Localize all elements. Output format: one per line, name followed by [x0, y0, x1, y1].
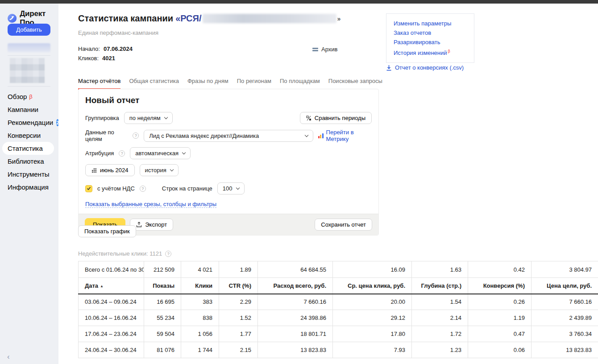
table-cell: 1 056: [181, 326, 219, 342]
table-row: 24.06.24 – 30.06.24 81 076 1 744 2.15 13…: [79, 342, 598, 358]
header-cell-conversion[interactable]: Конверсия (%): [468, 278, 532, 294]
sidebar-item-label: Статистика: [8, 145, 43, 152]
period-value: июнь 2024: [100, 167, 129, 174]
grouping-select[interactable]: по неделям: [124, 112, 173, 124]
table-cell: 0.06: [468, 342, 532, 358]
table-cell: 64 684.55: [258, 261, 333, 278]
metrika-link[interactable]: Перейти в Метрику: [318, 129, 372, 142]
report-tabs: Мастер отчётов Общая статистика Фразы по…: [78, 78, 382, 90]
export-button[interactable]: Экспорт: [130, 219, 173, 231]
report-title: Новый отчет: [85, 95, 372, 105]
direct-pro-logo-icon: [8, 13, 17, 23]
archive-status: Архив: [312, 46, 337, 53]
campaign-meta: Начало: 07.06.2024 Кликов: 4021: [78, 44, 133, 63]
show-chart-button[interactable]: Показать график: [78, 225, 136, 237]
table-cell: 1.77: [219, 326, 258, 342]
table-cell: 16 695: [144, 294, 181, 310]
order-reports-link[interactable]: Заказ отчетов: [394, 28, 467, 37]
sidebar-item-overview[interactable]: Обзор β: [0, 90, 58, 103]
grouping-row: Группировка по неделям Сравнить периоды: [85, 112, 372, 124]
unarchive-link[interactable]: Разархивировать: [394, 37, 467, 47]
sidebar-item-campaigns[interactable]: Кампании: [0, 103, 58, 116]
header-cell-date[interactable]: Дата▲: [79, 278, 144, 294]
campaign-name-close-quote: »: [337, 15, 341, 22]
help-icon[interactable]: ?: [133, 132, 139, 139]
table-cell: 1.52: [219, 310, 258, 326]
compare-periods-button[interactable]: Сравнить периоды: [300, 112, 372, 124]
help-icon[interactable]: ?: [140, 186, 146, 192]
sidebar-item-label: Рекомендации: [8, 119, 53, 126]
header-cell-cost-total[interactable]: Расход всего, руб.: [258, 278, 333, 294]
attribution-select[interactable]: автоматическая: [130, 147, 191, 159]
export-icon: [136, 222, 142, 228]
header-cell-goal-cost[interactable]: Цена цели, руб.: [532, 278, 598, 294]
compare-icon: [306, 116, 311, 121]
show-slices-link[interactable]: Показать выбранные срезы, столбцы и филь…: [85, 201, 216, 208]
sidebar-divider: [8, 55, 50, 56]
sidebar-item-tools[interactable]: Инструменты: [0, 168, 58, 181]
save-report-button[interactable]: Сохранить отчет: [315, 219, 372, 231]
calendar-grid-icon: [91, 168, 97, 173]
tab-general-stats[interactable]: Общая статистика: [129, 78, 179, 90]
invalid-clicks-text: Недействительные клики: 1121: [78, 250, 162, 257]
table-cell: 17.80: [333, 326, 412, 342]
sidebar-item-statistics[interactable]: Статистика: [2, 142, 54, 155]
sidebar-nav: Обзор β Кампании Рекомендации 2 Конверси…: [0, 90, 58, 194]
header-cell-impressions[interactable]: Показы: [144, 278, 181, 294]
tab-report-wizard[interactable]: Мастер отчётов: [78, 78, 120, 90]
chevron-down-icon: [182, 151, 186, 154]
header-cell-depth[interactable]: Глубина (стр.): [412, 278, 468, 294]
add-button[interactable]: Добавить: [8, 24, 50, 36]
statistics-table: Всего с 01.06.24 по 30.06.24 212 509 4 0…: [78, 261, 598, 358]
table-row: 03.06.24 – 09.06.24 16 695 383 2.29 7 66…: [79, 294, 598, 310]
table-cell: 20.00: [333, 294, 412, 310]
tab-by-placement[interactable]: По площадкам: [280, 78, 320, 90]
table-cell: 13 823.83: [258, 342, 333, 358]
period-button[interactable]: июнь 2024: [85, 164, 135, 176]
vat-label: с учётом НДС: [97, 185, 135, 192]
history-value: история: [145, 167, 166, 174]
sidebar: Директ Про Добавить Обзор β Кампании Рек…: [0, 4, 58, 364]
chevron-down-icon: [164, 116, 168, 119]
table-cell: 03.06.24 – 09.06.24: [79, 294, 144, 310]
table-cell: 2.15: [219, 342, 258, 358]
tab-search-queries[interactable]: Поисковые запросы: [328, 78, 382, 90]
collapse-sidebar-button[interactable]: ‹: [7, 352, 10, 361]
header-cell-clicks[interactable]: Клики: [181, 278, 219, 294]
sidebar-item-library[interactable]: Библиотека: [0, 155, 58, 168]
table-cell: 29.12: [333, 310, 412, 326]
history-select[interactable]: история: [140, 164, 179, 176]
goals-label: Данные по целям: [85, 129, 128, 142]
grouping-value: по неделям: [129, 115, 161, 121]
sidebar-item-recommendations[interactable]: Рекомендации 2: [0, 116, 58, 129]
table-cell: 81 076: [144, 342, 181, 358]
table-cell: 59 504: [144, 326, 181, 342]
chevron-down-icon: [170, 168, 174, 171]
table-cell: 1.23: [412, 342, 468, 358]
sidebar-item-conversions[interactable]: Конверсии: [0, 129, 58, 142]
conversions-report-link[interactable]: Отчет о конверсиях (.csv): [386, 64, 464, 71]
sidebar-item-label: Обзор: [8, 93, 27, 100]
report-wizard-panel: Новый отчет Группировка по неделям Сравн…: [78, 89, 379, 236]
table-cell: 13 823.83: [532, 342, 598, 358]
beta-badge: β: [29, 93, 32, 100]
edit-params-link[interactable]: Изменить параметры: [394, 19, 467, 28]
help-icon[interactable]: ?: [165, 251, 171, 257]
conversions-report-label: Отчет о конверсиях (.csv): [395, 64, 464, 71]
vat-checkbox[interactable]: [85, 185, 92, 192]
table-cell: 212 509: [144, 261, 181, 278]
rows-per-page-select[interactable]: 100: [217, 182, 245, 194]
campaign-name-prefix: «РСЯ/: [175, 13, 201, 24]
goals-select[interactable]: Лид с Реклама яндекс директ//Динамика: [144, 130, 313, 142]
tab-by-region[interactable]: По регионам: [237, 78, 271, 90]
help-icon[interactable]: ?: [119, 150, 125, 157]
table-row: 10.06.24 – 16.06.24 55 234 838 1.52 24 3…: [79, 310, 598, 326]
header-cell-avg-cpc[interactable]: Ср. цена клика, руб.: [333, 278, 412, 294]
table-cell: 55 234: [144, 310, 181, 326]
change-history-link[interactable]: История измененийβ: [394, 47, 467, 58]
header-cell-ctr[interactable]: CTR (%): [219, 278, 258, 294]
table-cell: 1.63: [412, 261, 468, 278]
start-date-value: 07.06.2024: [104, 46, 133, 52]
tab-phrases-by-day[interactable]: Фразы по дням: [187, 78, 228, 90]
sidebar-item-information[interactable]: Информация: [0, 181, 58, 194]
